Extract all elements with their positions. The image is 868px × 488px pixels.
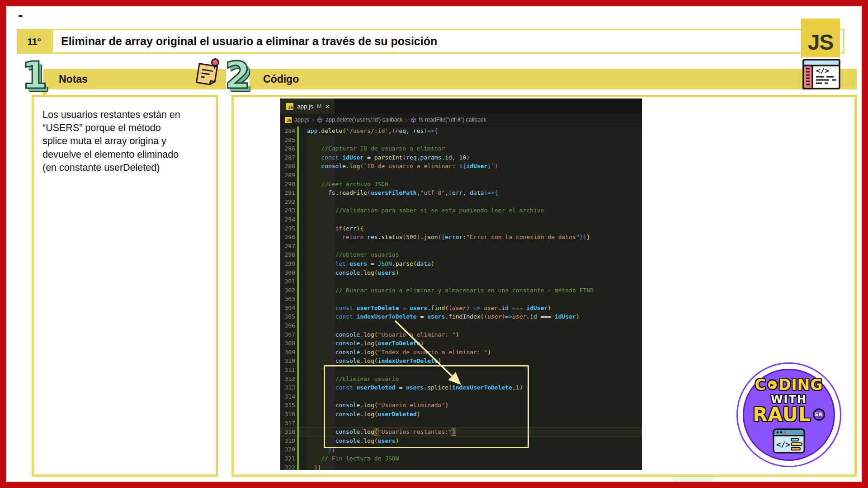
line-number: 299 [280, 259, 295, 268]
code-line-297[interactable]: 297 [280, 242, 642, 251]
line-number: 293 [280, 206, 295, 215]
code-text [299, 242, 307, 251]
line-number: 291 [280, 188, 295, 197]
code-heading: Código [263, 73, 299, 85]
code-line-285[interactable]: 285 [280, 136, 642, 145]
javascript-file-icon: JS [285, 117, 292, 123]
tab-appjs[interactable]: JS app.js M × [280, 99, 335, 114]
section-2-numeral: 2 [225, 57, 250, 94]
breadcrumb: JS app.js › app.delete('/users/:id') cal… [280, 114, 642, 126]
notes-heading: Notas [59, 73, 88, 85]
code-text [299, 392, 307, 401]
code-text: //Validación para saber si se esta pudie… [299, 206, 544, 215]
breadcrumb-separator: › [406, 116, 408, 123]
logo-code-window-icon: </> [772, 428, 806, 454]
logo-text-raul: RAUL [753, 404, 811, 426]
code-text [299, 295, 307, 304]
code-text: console.log(users) [299, 268, 399, 277]
line-number: 284 [280, 127, 295, 136]
code-section-header: Código [250, 69, 857, 89]
annotation-arrow [389, 315, 470, 391]
code-line-303[interactable]: 303 [280, 295, 642, 304]
line-number: 316 [280, 410, 295, 419]
code-text [299, 136, 307, 145]
code-line-300[interactable]: 300 console.log(users) [280, 268, 642, 277]
line-number: 300 [280, 268, 295, 277]
svg-text:</>: </> [816, 66, 829, 75]
code-line-288[interactable]: 288 console.log(`ID de usuario a elimina… [280, 162, 642, 171]
line-number: 322 [280, 463, 295, 470]
code-text [299, 197, 307, 206]
code-line-304[interactable]: 304 const userToDelete = users.find((use… [280, 304, 642, 313]
line-number: 307 [280, 330, 295, 339]
code-text [299, 277, 307, 286]
code-line-286[interactable]: 286 //Capturar ID de usuario a eliminar [280, 144, 642, 153]
line-number: 302 [280, 286, 295, 295]
code-text: const userToDelete = users.find((user) =… [299, 304, 551, 313]
code-line-292[interactable]: 292 [280, 197, 642, 206]
code-line-301[interactable]: 301 [280, 277, 642, 286]
code-text: if(err){ [299, 224, 363, 233]
line-number: 287 [280, 153, 295, 162]
code-line-287[interactable]: 287 const idUser = parseInt(req.params.i… [280, 153, 642, 162]
logo-text-ding: DING [778, 376, 823, 394]
line-number: 301 [280, 277, 295, 286]
line-number: 290 [280, 180, 295, 189]
sr-badge: SR [813, 408, 825, 421]
modified-indicator: M [317, 103, 321, 109]
logo-text-c: C [755, 376, 766, 394]
code-text: // Buscar usuario a eliminar y almacenar… [299, 286, 594, 295]
line-number: 313 [280, 383, 295, 392]
line-number: 311 [280, 366, 295, 375]
breadcrumb-symbol-2[interactable]: fs.readFile("utf-8") callback [419, 117, 486, 123]
line-number: 292 [280, 197, 295, 206]
code-line-284[interactable]: 284app.delete('/users/:id',(req, res)=>{ [280, 127, 642, 136]
line-number: 304 [280, 304, 295, 313]
code-text [299, 215, 307, 224]
line-number: 319 [280, 436, 295, 446]
code-text: }) [299, 463, 321, 470]
code-line-298[interactable]: 298 //obtener usuarios [280, 250, 642, 259]
line-number: 309 [280, 348, 295, 357]
code-text [299, 366, 307, 375]
line-number: 308 [280, 339, 295, 348]
code-line-302[interactable]: 302 // Buscar usuario a eliminar y almac… [280, 286, 642, 295]
code-text: return res.status(500).json({error:"Erro… [299, 233, 590, 242]
lightbulb-play-icon: ▶ [767, 379, 778, 390]
line-number: 289 [280, 171, 295, 180]
note-icon [192, 57, 224, 91]
tab-label: app.js [297, 103, 313, 110]
breadcrumb-file[interactable]: app.js [294, 117, 309, 123]
code-line-321[interactable]: 321 // Fin lectura de JSON [280, 454, 642, 463]
page-title: Eliminar de array original el usuario a … [52, 29, 844, 54]
close-tab-icon[interactable]: × [325, 103, 329, 110]
line-number: 312 [280, 375, 295, 384]
code-line-295[interactable]: 295 if(err){ [280, 224, 642, 233]
code-line-290[interactable]: 290 //Leer archivo JSON [280, 180, 642, 189]
breadcrumb-symbol-1[interactable]: app.delete('/users/:id') callback [326, 117, 403, 123]
line-number: 303 [280, 295, 295, 304]
line-number: 296 [280, 233, 295, 242]
code-line-289[interactable]: 289 [280, 171, 642, 180]
breadcrumb-separator: › [312, 116, 314, 123]
notes-text: Los usuarios restantes están en “USERS” … [42, 108, 198, 174]
line-number: 288 [280, 162, 295, 171]
code-line-299[interactable]: 299 let users = JSON.parse(data) [280, 259, 642, 268]
code-line-291[interactable]: 291 fs.readFile(usersFilePath,"utf-8",(e… [280, 188, 642, 197]
line-number: 286 [280, 144, 295, 153]
line-number: 295 [280, 224, 295, 233]
editor-tab-bar: JS app.js M × [280, 99, 642, 114]
line-number: 294 [280, 215, 295, 224]
line-number: 285 [280, 136, 295, 145]
code-line-322[interactable]: 322 }) [280, 463, 642, 470]
code-line-294[interactable]: 294 [280, 215, 642, 224]
code-line-293[interactable]: 293 //Validación para saber si se esta p… [280, 206, 642, 215]
line-number: 321 [280, 454, 295, 463]
line-number: 314 [280, 392, 295, 401]
code-text [299, 419, 307, 428]
line-number: 298 [280, 250, 295, 259]
code-line-296[interactable]: 296 return res.status(500).json({error:"… [280, 233, 642, 242]
line-number: 310 [280, 357, 295, 366]
line-number: 317 [280, 419, 295, 428]
lesson-number-badge: 11° [17, 29, 52, 54]
